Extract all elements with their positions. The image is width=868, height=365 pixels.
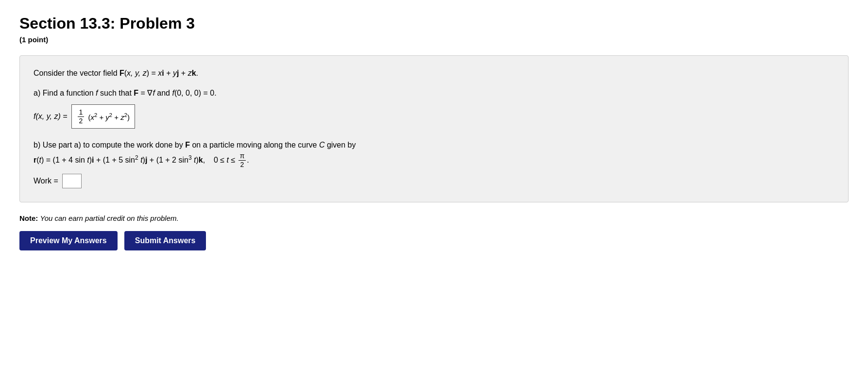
problem-box: Consider the vector field F(x, y, z) = x… [19, 55, 849, 202]
page-title: Section 13.3: Problem 3 [19, 15, 849, 33]
buttons-row: Preview My Answers Submit Answers [19, 231, 849, 250]
answer-a-label: f(x, y, z) = [34, 112, 68, 121]
submit-button[interactable]: Submit Answers [124, 231, 206, 250]
work-label: Work = [34, 177, 58, 185]
points-label: (1 point) [19, 35, 849, 44]
note-line: Note: You can earn partial credit on thi… [19, 214, 849, 222]
answer-a-row: f(x, y, z) = 1 2 (x2 + y2 + z2) [34, 104, 834, 129]
note-italic: You can earn partial credit on this prob… [40, 214, 179, 222]
problem-intro: Consider the vector field F(x, y, z) = x… [34, 66, 834, 80]
answer-a-value: 1 2 (x2 + y2 + z2) [71, 104, 135, 129]
work-input[interactable] [62, 174, 82, 188]
note-bold: Note: [19, 214, 38, 222]
work-row: Work = [34, 174, 834, 188]
bold-F: F [119, 69, 124, 77]
part-a-label: a) Find a function f such that F = ∇f an… [34, 86, 834, 100]
part-b-text: b) Use part a) to compute the work done … [34, 138, 834, 169]
fraction-half: 1 2 [78, 108, 85, 125]
preview-button[interactable]: Preview My Answers [19, 231, 118, 250]
